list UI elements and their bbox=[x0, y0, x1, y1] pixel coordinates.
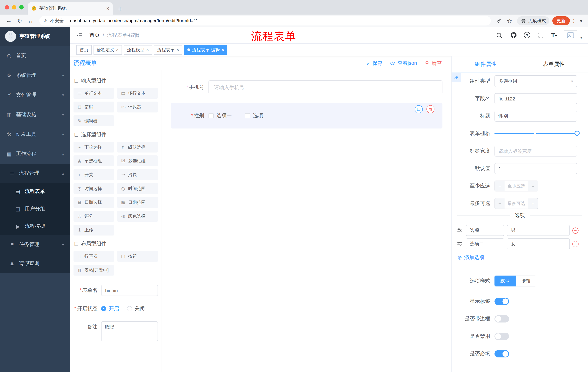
toolbar-chevron-down-icon[interactable]: ▾ bbox=[578, 16, 584, 25]
sidebar-item-home[interactable]: ◴ 首页 bbox=[0, 46, 70, 65]
label-width-input[interactable] bbox=[494, 146, 577, 157]
sidebar-item-user-group[interactable]: ◫ 用户分组 bbox=[0, 200, 70, 218]
window-close-button[interactable] bbox=[5, 5, 9, 10]
sidebar-item-process-mgmt[interactable]: ≣ 流程管理 ▴ bbox=[0, 164, 70, 183]
default-value-input[interactable] bbox=[494, 163, 577, 174]
tab-close-icon[interactable]: × bbox=[106, 6, 109, 11]
incognito-badge[interactable]: 无痕模式 bbox=[517, 16, 549, 25]
required-toggle[interactable] bbox=[494, 350, 509, 357]
form-canvas[interactable]: *手机号 ❏ bbox=[162, 70, 451, 372]
sidebar-item-system[interactable]: ⚙ 系统管理 ▾ bbox=[0, 65, 70, 85]
remove-option-icon[interactable]: − bbox=[572, 227, 578, 234]
stepper-minus-button[interactable]: − bbox=[495, 181, 505, 191]
phone-input[interactable] bbox=[209, 80, 442, 94]
gender-option-1[interactable]: 选项一 bbox=[209, 112, 232, 119]
tag-process-model[interactable]: 流程模型 × bbox=[124, 45, 152, 55]
avatar-caret-icon[interactable]: ▾ bbox=[580, 36, 582, 40]
palette-item-radio-group[interactable]: ◉单选框组 bbox=[74, 155, 114, 166]
palette-item-single-text[interactable]: ▭单行文本 bbox=[74, 88, 114, 99]
tag-process-form[interactable]: 流程表单 × bbox=[154, 45, 182, 55]
canvas-field-gender-selected[interactable]: ❏ *性别 选项一 选项二 bbox=[171, 103, 442, 128]
sidebar-item-process-form[interactable]: ▤ 流程表单 bbox=[0, 183, 70, 200]
palette-item-password[interactable]: ⊡密码 bbox=[74, 102, 114, 112]
palette-item-checkbox-group[interactable]: ☑多选框组 bbox=[117, 155, 158, 166]
address-bar[interactable]: ⚠ 不安全 | dashboard.yudao.iocoder.cn/bpm/m… bbox=[39, 16, 491, 25]
tab-component-props[interactable]: 组件属性 bbox=[452, 56, 520, 72]
form-remark-textarea[interactable]: 嘿嘿 bbox=[101, 321, 158, 341]
tag-close-icon[interactable]: × bbox=[116, 47, 119, 53]
clear-button[interactable]: 清空 bbox=[424, 60, 442, 66]
checkbox[interactable] bbox=[209, 113, 214, 118]
browser-menu-icon[interactable]: ⋮ bbox=[570, 16, 577, 25]
palette-item-time-picker[interactable]: ◷时间选择 bbox=[74, 183, 114, 194]
reload-icon[interactable]: ↻ bbox=[15, 16, 25, 25]
palette-item-cascader[interactable]: ⋔级联选择 bbox=[117, 142, 158, 152]
slider-track[interactable] bbox=[494, 133, 577, 134]
palette-item-date-range[interactable]: ▩日期范围 bbox=[117, 197, 158, 208]
sidebar-item-process-model[interactable]: ▶ 流程模型 bbox=[0, 218, 70, 235]
fullscreen-icon[interactable] bbox=[537, 32, 544, 39]
status-radio-on[interactable]: 开启 bbox=[101, 305, 119, 312]
back-icon[interactable]: ← bbox=[4, 16, 14, 25]
browser-tab[interactable]: 芋道管理系统 × bbox=[28, 2, 113, 15]
border-toggle[interactable] bbox=[494, 315, 509, 322]
search-icon[interactable] bbox=[496, 32, 503, 39]
sidebar-item-task-mgmt[interactable]: ⚑ 任务管理 ▾ bbox=[0, 235, 70, 254]
field-name-input[interactable] bbox=[494, 93, 577, 104]
stepper-plus-button[interactable]: + bbox=[528, 181, 538, 191]
password-key-icon[interactable] bbox=[494, 16, 504, 25]
tag-home[interactable]: 首页 bbox=[76, 45, 92, 55]
sidebar-item-payment[interactable]: ¥ 支付管理 ▾ bbox=[0, 85, 70, 105]
sliders-icon[interactable] bbox=[457, 227, 463, 234]
canvas-field-phone[interactable]: *手机号 bbox=[171, 80, 442, 94]
disabled-toggle[interactable] bbox=[494, 333, 509, 340]
tag-close-icon[interactable]: × bbox=[146, 47, 149, 53]
title-input[interactable] bbox=[494, 111, 577, 122]
tag-process-form-edit[interactable]: 流程表单-编辑 × bbox=[184, 45, 227, 55]
save-button[interactable]: ✓ 保存 bbox=[366, 60, 382, 66]
min-select-value[interactable]: 至少应选 bbox=[505, 181, 528, 191]
new-tab-button[interactable]: + bbox=[115, 4, 125, 15]
slider-handle[interactable] bbox=[575, 131, 580, 136]
sidebar-item-leave-query[interactable]: ♟ 请假查询 bbox=[0, 254, 70, 273]
sidebar-item-workflow[interactable]: ▧ 工作流程 ▴ bbox=[0, 144, 70, 164]
palette-item-textarea[interactable]: ▤多行文本 bbox=[117, 88, 158, 99]
view-json-button[interactable]: 查看json bbox=[390, 60, 417, 66]
tab-form-props[interactable]: 表单属性 bbox=[520, 56, 588, 72]
window-minimize-button[interactable] bbox=[12, 5, 16, 10]
update-button[interactable]: 更新 bbox=[552, 16, 570, 25]
breadcrumb-home[interactable]: 首页 bbox=[90, 32, 100, 38]
github-icon[interactable] bbox=[510, 32, 517, 39]
grid-slider[interactable] bbox=[494, 128, 577, 139]
gender-option-2[interactable]: 选项二 bbox=[245, 112, 268, 119]
option-value-input[interactable] bbox=[507, 225, 570, 236]
sliders-icon[interactable] bbox=[457, 241, 463, 247]
checkbox[interactable] bbox=[245, 113, 250, 118]
palette-item-counter[interactable]: 123计数器 bbox=[117, 102, 158, 112]
stepper-plus-button[interactable]: + bbox=[528, 198, 538, 209]
sidebar-item-infrastructure[interactable]: ▥ 基础设施 ▾ bbox=[0, 105, 70, 125]
option-label-input[interactable] bbox=[466, 225, 504, 236]
palette-item-button[interactable]: ▢按钮 bbox=[117, 251, 158, 262]
add-option-button[interactable]: ⊕ 添加选项 bbox=[457, 255, 588, 261]
component-type-select[interactable]: 多选框组 ▾ bbox=[494, 75, 577, 87]
palette-item-switch[interactable]: ◐开关 bbox=[74, 169, 114, 180]
palette-item-slider[interactable]: ⊸滑块 bbox=[117, 169, 158, 180]
form-name-input[interactable] bbox=[101, 285, 158, 296]
sidebar-item-devtools[interactable]: ⚒ 研发工具 ▾ bbox=[0, 125, 70, 144]
style-button-button[interactable]: 按钮 bbox=[515, 276, 536, 287]
palette-item-rate[interactable]: ☆评分 bbox=[74, 211, 114, 222]
status-radio-off[interactable]: 关闭 bbox=[127, 305, 145, 312]
window-zoom-button[interactable] bbox=[19, 5, 24, 10]
palette-item-color-picker[interactable]: ◍颜色选择 bbox=[117, 211, 158, 222]
palette-item-table[interactable]: ▥表格[开发中] bbox=[74, 265, 114, 276]
sidebar-collapse-icon[interactable] bbox=[76, 31, 84, 39]
tag-close-icon[interactable]: × bbox=[221, 47, 224, 53]
option-label-input[interactable] bbox=[466, 238, 504, 249]
remove-option-icon[interactable]: − bbox=[572, 241, 578, 247]
tag-process-definition[interactable]: 流程定义 × bbox=[94, 45, 122, 55]
font-size-icon[interactable]: TT bbox=[551, 32, 557, 38]
max-select-value[interactable]: 最多可选 bbox=[505, 198, 528, 209]
stepper-minus-button[interactable]: − bbox=[495, 198, 505, 209]
palette-item-time-range[interactable]: ◶时间范围 bbox=[117, 183, 158, 194]
